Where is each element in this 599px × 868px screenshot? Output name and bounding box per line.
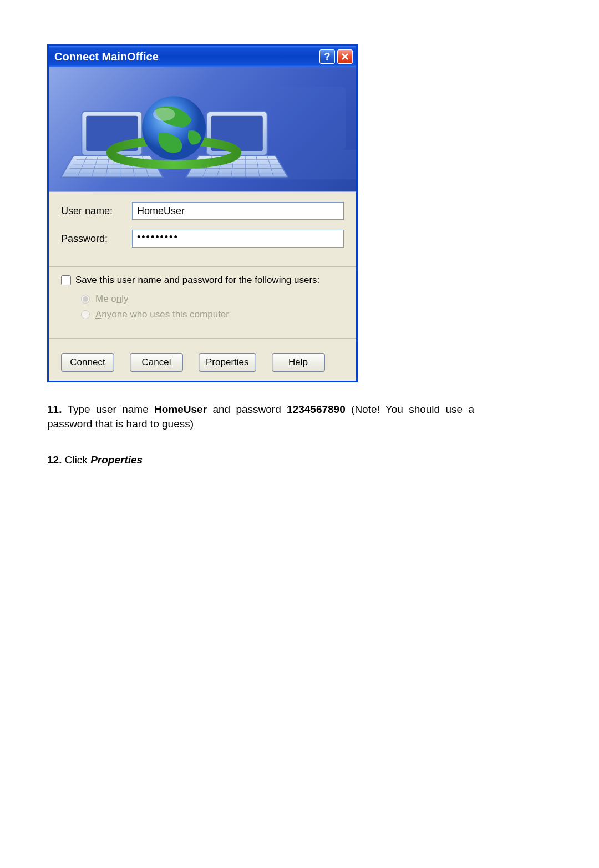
- radio-group: Me only Anyone who uses this computer: [61, 294, 344, 320]
- help-button[interactable]: Help: [272, 353, 325, 372]
- radio-anyone-label: Anyone who uses this computer: [95, 309, 229, 320]
- password-row: Password: •••••••••: [61, 230, 344, 248]
- connect-dialog: Connect MainOffice ?: [47, 44, 358, 382]
- save-checkbox[interactable]: [61, 275, 71, 285]
- divider: [49, 338, 356, 339]
- save-checkbox-label: Save this user name and password for the…: [75, 275, 319, 286]
- radio-anyone-input[interactable]: [81, 310, 90, 319]
- instructions: 11. Type user name HomeUser and password…: [47, 402, 474, 467]
- connect-button[interactable]: Connect: [61, 353, 114, 372]
- radio-me-only-input[interactable]: [81, 295, 90, 304]
- form-area: User name: Password: •••••••••: [49, 192, 356, 263]
- close-icon[interactable]: [337, 49, 353, 64]
- radio-me-only-label: Me only: [95, 294, 129, 305]
- divider: [49, 266, 356, 267]
- titlebar: Connect MainOffice ?: [49, 46, 356, 67]
- window-title: Connect MainOffice: [54, 51, 159, 63]
- username-input[interactable]: [132, 202, 344, 220]
- step-12: 12. Click Properties: [47, 453, 474, 467]
- username-label: User name:: [61, 205, 132, 217]
- svg-rect-0: [257, 87, 346, 150]
- password-input[interactable]: •••••••••: [132, 230, 344, 248]
- banner-image: [49, 67, 356, 192]
- radio-me-only: Me only: [81, 294, 344, 305]
- step-11: 11. Type user name HomeUser and password…: [47, 402, 474, 431]
- button-row: Connect Cancel Properties Help: [49, 346, 356, 381]
- password-label: Password:: [61, 233, 132, 245]
- cancel-button[interactable]: Cancel: [130, 353, 183, 372]
- properties-button[interactable]: Properties: [199, 353, 256, 372]
- username-row: User name:: [61, 202, 344, 220]
- save-section: Save this user name and password for the…: [49, 275, 356, 335]
- help-icon[interactable]: ?: [319, 49, 335, 64]
- radio-anyone: Anyone who uses this computer: [81, 309, 344, 320]
- save-checkbox-row: Save this user name and password for the…: [61, 275, 344, 286]
- svg-point-27: [153, 108, 175, 121]
- titlebar-buttons: ?: [319, 49, 353, 64]
